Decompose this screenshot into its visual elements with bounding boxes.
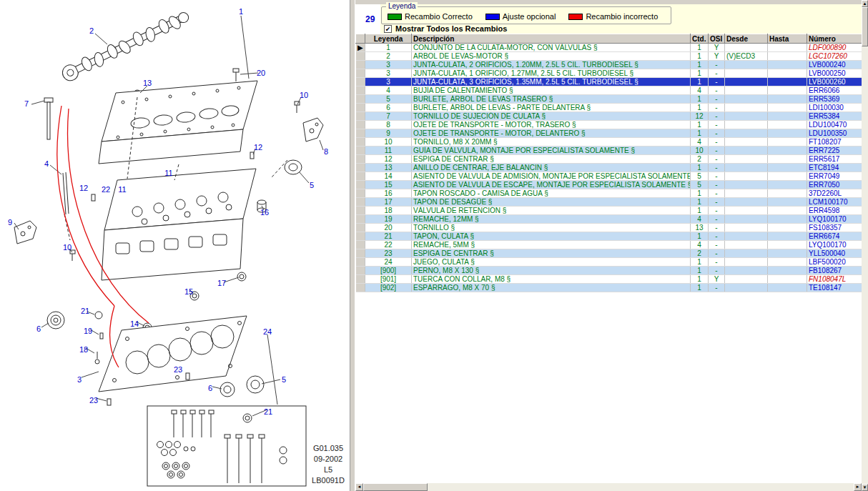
- table-row[interactable]: 20TORNILLO §13-FS108357: [356, 224, 862, 232]
- diagram-callout[interactable]: 1: [239, 7, 243, 16]
- table-row[interactable]: 11GUÍA DE VÁLVULA, MONTAJE POR ESPECIALI…: [356, 147, 862, 155]
- table-row[interactable]: 18VÁLVULA DE RETENCIÓN §1-ERR4598: [356, 207, 862, 215]
- table-row[interactable]: [901]TUERCA CON COLLAR, M8 §1YFN108047L: [356, 275, 862, 284]
- table-row[interactable]: 13ANILLO DE CENTRAR, EJE BALANCIN §1-ETC…: [356, 164, 862, 172]
- diagram-callout[interactable]: 4: [44, 159, 49, 168]
- record-selector-cell[interactable]: [356, 198, 365, 207]
- record-selector-cell[interactable]: [356, 215, 365, 224]
- diagram-callout[interactable]: 19: [84, 327, 92, 335]
- diagram-callout[interactable]: 17: [217, 279, 226, 287]
- record-selector-cell[interactable]: [356, 284, 365, 292]
- diagram-callout[interactable]: 21: [81, 307, 89, 315]
- record-selector-cell[interactable]: [356, 267, 365, 275]
- diagram-callout[interactable]: 24: [263, 327, 272, 336]
- record-selector-cell[interactable]: [356, 86, 365, 95]
- table-row[interactable]: 12ESPIGA DE CENTRAR §2-ERR5617: [356, 155, 862, 164]
- table-row[interactable]: 24JUEGO, CULATA §1-LBF500020: [356, 258, 862, 267]
- horizontal-scroll-thumb[interactable]: [363, 483, 428, 491]
- record-selector-cell[interactable]: [356, 258, 365, 267]
- header-numero[interactable]: Número: [807, 34, 862, 44]
- diagram-callout[interactable]: 20: [257, 69, 265, 77]
- record-selector-cell[interactable]: [356, 224, 365, 232]
- diagram-callout[interactable]: 6: [208, 384, 212, 392]
- table-row[interactable]: 19REMACHE, 12MM §4-LYQ100170: [356, 215, 862, 224]
- diagram-callout[interactable]: 2: [89, 26, 94, 35]
- record-selector-cell[interactable]: [356, 155, 365, 164]
- scroll-up-icon[interactable]: ▲: [862, 0, 868, 7]
- table-row[interactable]: 7TORNILLO DE SUJECIÓN DE CULATA §12-ERR5…: [356, 112, 862, 121]
- record-selector-cell[interactable]: [356, 147, 365, 155]
- scroll-left-icon[interactable]: ◄: [355, 483, 363, 491]
- record-selector-cell[interactable]: [356, 104, 365, 112]
- diagram-callout[interactable]: 7: [24, 99, 29, 108]
- table-row[interactable]: ▶1CONJUNTO DE LA CULATA-MOTOR, CON VÁLVU…: [356, 44, 862, 52]
- table-row[interactable]: 21TAPÓN, CULATA §1-ERR6674: [356, 232, 862, 241]
- diagram-callout[interactable]: 11: [164, 169, 172, 177]
- diagram-callout[interactable]: 9: [8, 218, 12, 227]
- record-selector-cell[interactable]: [356, 138, 365, 147]
- record-selector-cell[interactable]: [356, 275, 365, 284]
- record-selector-cell[interactable]: [356, 121, 365, 129]
- table-row[interactable]: 17TAPÓN DE DESAGÜE §1-LCM100170: [356, 198, 862, 207]
- record-selector-cell[interactable]: [356, 95, 365, 104]
- diagram-callout[interactable]: 10: [300, 91, 308, 99]
- table-row[interactable]: 5BURLETE, ÁRBOL DE LEVAS TRASERO §1-ERR5…: [356, 95, 862, 104]
- table-row[interactable]: 22REMACHE, 5MM §4-LYQ100170: [356, 241, 862, 249]
- diagram-callout[interactable]: 23: [174, 365, 182, 374]
- show-all-parts-checkbox[interactable]: ✔: [384, 25, 392, 33]
- diagram-callout[interactable]: 3: [77, 375, 82, 384]
- table-row[interactable]: [900]PERNO, M8 X 130 §1-FB108267: [356, 267, 862, 275]
- table-row[interactable]: 15ASIENTO DE VÁLVULA DE ESCAPE, MONTAJE …: [356, 181, 862, 189]
- header-hasta[interactable]: Hasta: [768, 34, 807, 44]
- record-selector-cell[interactable]: [356, 129, 365, 138]
- diagram-callout[interactable]: 6: [36, 324, 41, 333]
- record-selector-cell[interactable]: [356, 189, 365, 198]
- diagram-callout[interactable]: 22: [102, 185, 110, 194]
- table-row[interactable]: 23ESPIGA DE CENTRAR §2-YLL500040: [356, 249, 862, 258]
- pane-splitter[interactable]: [350, 0, 355, 491]
- table-row[interactable]: 6BURLETE, ÁRBOL DE LEVAS - PARTE DELANTE…: [356, 104, 862, 112]
- diagram-callout[interactable]: 21: [264, 407, 272, 416]
- header-descripcion[interactable]: Descripción: [412, 34, 691, 44]
- record-selector-cell[interactable]: [356, 52, 365, 61]
- record-selector-cell[interactable]: [356, 112, 365, 121]
- record-selector-cell[interactable]: [356, 207, 365, 215]
- diagram-callout[interactable]: 8: [324, 147, 328, 156]
- record-selector-cell[interactable]: [356, 249, 365, 258]
- header-desde[interactable]: Desde: [725, 34, 768, 44]
- record-selector-cell[interactable]: ▶: [356, 44, 365, 52]
- table-row[interactable]: [902]ESPÁRRAGO, M8 X 70 §1-TE108147: [356, 284, 862, 292]
- record-selector-cell[interactable]: [356, 181, 365, 189]
- record-selector-cell[interactable]: [356, 61, 365, 69]
- diagram-callout[interactable]: 15: [184, 287, 193, 296]
- diagram-callout[interactable]: 18: [79, 345, 88, 354]
- diagram-callout[interactable]: 11: [118, 185, 126, 194]
- table-row[interactable]: 14ASIENTO DE VÁLVULA DE ADMISIÓN, MONTAJ…: [356, 172, 862, 181]
- record-selector-cell[interactable]: [356, 69, 365, 78]
- table-row[interactable]: 2ARBOL DE LEVAS-MOTOR §1Y(V)ECD3LGC10726…: [356, 52, 862, 61]
- diagram-callout[interactable]: 12: [254, 143, 262, 152]
- scroll-right-icon[interactable]: ►: [854, 483, 862, 491]
- page-indicator[interactable]: 29: [365, 14, 375, 24]
- diagram-callout[interactable]: 16: [260, 208, 269, 217]
- horizontal-scrollbar[interactable]: ◄ ►: [355, 483, 862, 491]
- header-ctd[interactable]: Ctd.: [691, 34, 709, 44]
- table-row[interactable]: 4BUJÍA DE CALENTAMIENTO §4-ERR6066: [356, 86, 862, 95]
- header-osi[interactable]: OSI: [709, 34, 725, 44]
- record-selector-cell[interactable]: [356, 232, 365, 241]
- table-row[interactable]: 3JUNTA-CULATA, 2 ORIFICIOS, 1.20MM, 2.5L…: [356, 61, 862, 69]
- table-row[interactable]: 16TAPÓN ROSCADO - CAMISA DE AGUA §1-37D2…: [356, 189, 862, 198]
- diagram-callout[interactable]: 23: [89, 396, 98, 405]
- vertical-scrollbar[interactable]: ▲ ▼: [862, 0, 868, 491]
- table-row[interactable]: 3JUNTA-CULATA, 1 ORIFICIO, 1.27MM, 2.5L …: [356, 69, 862, 78]
- diagram-callout[interactable]: 10: [63, 243, 71, 252]
- table-row[interactable]: 3JUNTA-CULATA, 3 ORIFICIOS, 1.35MM, 2.5L…: [356, 78, 862, 86]
- record-selector-cell[interactable]: [356, 172, 365, 181]
- header-leyenda[interactable]: Leyenda: [365, 34, 412, 44]
- diagram-callout[interactable]: 5: [310, 181, 314, 189]
- diagram-callout[interactable]: 12: [79, 184, 88, 192]
- vertical-scroll-thumb[interactable]: [862, 7, 868, 46]
- diagram-callout[interactable]: 14: [130, 319, 139, 328]
- record-selector-cell[interactable]: [356, 241, 365, 249]
- diagram-callout[interactable]: 13: [143, 79, 152, 87]
